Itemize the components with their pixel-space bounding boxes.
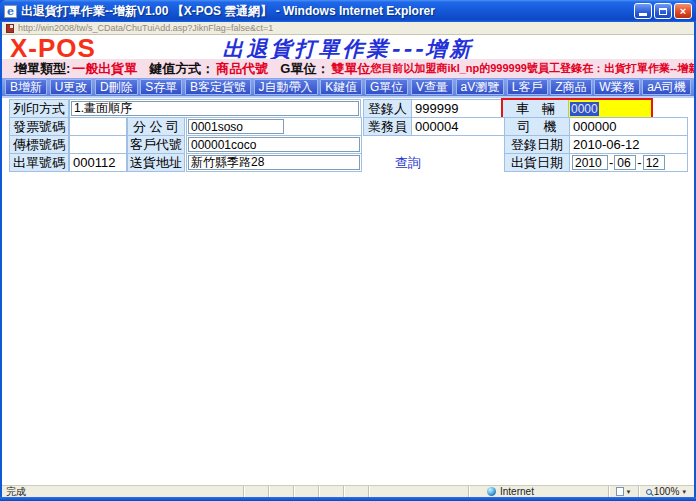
zone-label: Internet <box>500 486 534 497</box>
zoom-control[interactable]: 100% ▼ <box>638 486 694 497</box>
invoice-value-cell <box>69 117 127 136</box>
registrant-value: 999999 <box>411 99 508 118</box>
customer-code-input[interactable] <box>188 137 360 152</box>
toolbar-button-update[interactable]: U更改 <box>50 79 93 95</box>
register-date-label: 登錄日期 <box>504 135 570 154</box>
status-bar: 完成 Internet ▼ 100% ▼ <box>2 485 694 497</box>
ship-date-day-input[interactable] <box>643 155 665 170</box>
branch-label: 分 公 司 <box>127 117 185 136</box>
order-type-value: 一般出貨單 <box>72 60 137 78</box>
delivery-address-input[interactable] <box>188 155 360 170</box>
chevron-down-icon: ▼ <box>626 489 632 495</box>
login-notice: 您目前以加盟商ikl_np的999999號員工登錄在：出貨打單作業--增新 <box>370 61 694 76</box>
minimize-icon <box>639 13 647 16</box>
unit-label: G單位： <box>280 60 329 78</box>
print-mode-input[interactable] <box>71 101 359 116</box>
delivery-address-label: 送貨地址 <box>127 153 185 172</box>
salesman-label: 業務員 <box>363 117 412 136</box>
branch-cell <box>186 117 362 136</box>
order-form: 列印方式 登錄人 999999 車 輛 0000 發票號碼 分 公 司 業務員 … <box>8 99 690 173</box>
ship-date-cell: - - <box>569 153 688 172</box>
security-zone: Internet <box>468 486 608 497</box>
status-pane <box>293 486 318 497</box>
order-no-value: 000112 <box>69 153 127 172</box>
status-pane <box>243 486 268 497</box>
restore-button[interactable] <box>654 3 672 19</box>
key-mode-label: 鍵值方式： <box>149 60 214 78</box>
toolbar-button-delete[interactable]: D刪除 <box>95 79 138 95</box>
vehicle-label: 車 輛 <box>503 100 569 117</box>
status-pane <box>343 486 368 497</box>
window-bottom-border <box>0 497 696 501</box>
window-title: 出退貨打單作業--增新V1.00 【X-POS 雲通網】 - Windows I… <box>21 3 634 20</box>
date-separator: - <box>637 155 641 170</box>
ship-date-month-input[interactable] <box>614 155 636 170</box>
query-link[interactable]: 查詢 <box>378 153 438 172</box>
driver-label: 司 機 <box>504 117 570 136</box>
ship-date-label: 出貨日期 <box>504 153 570 172</box>
customer-code-cell <box>186 135 362 154</box>
page-status-icon <box>616 487 624 496</box>
vehicle-selected-text: 0000 <box>570 102 599 116</box>
invoice-label: 發票號碼 <box>9 117 69 136</box>
order-type-label: 增單類型: <box>14 60 70 78</box>
title-bar[interactable]: e 出退貨打單作業--增新V1.00 【X-POS 雲通網】 - Windows… <box>0 0 696 22</box>
phishing-filter-control[interactable]: ▼ <box>608 486 638 497</box>
status-pane <box>368 486 468 497</box>
browser-window: e 出退貨打單作業--增新V1.00 【X-POS 雲通網】 - Windows… <box>0 0 696 501</box>
ie-page-icon: e <box>4 5 17 18</box>
vehicle-input[interactable]: 0000 <box>569 100 651 117</box>
info-bar: 增單類型: 一般出貨單 鍵值方式： 商品代號 G單位： 雙單位 您目前以加盟商i… <box>2 59 694 78</box>
branch-input[interactable] <box>188 119 284 134</box>
toolbar: B增新 U更改 D刪除 S存單 B客定貨號 J自動帶入 K鍵值 G單位 V查量 … <box>2 78 694 98</box>
delivery-address-cell <box>186 153 362 172</box>
voucher-value-cell <box>69 135 127 154</box>
status-text: 完成 <box>2 486 243 497</box>
toolbar-button-browse[interactable]: aV瀏覽 <box>456 79 505 95</box>
toolbar-button-driver[interactable]: aA司機 <box>642 79 691 95</box>
status-pane <box>318 486 343 497</box>
unit-value: 雙單位 <box>331 60 370 78</box>
page-error-icon <box>6 24 14 33</box>
internet-globe-icon <box>487 487 496 496</box>
toolbar-button-auto-fill[interactable]: J自動帶入 <box>254 79 318 95</box>
register-date-value: 2010-06-12 <box>569 135 688 154</box>
zoom-level: 100% <box>654 486 680 497</box>
address-url: http://win2008/tw/s_CData/ChuTuiAdd.asp?… <box>18 23 273 33</box>
print-mode-label: 列印方式 <box>9 99 69 118</box>
window-controls: × <box>634 3 692 19</box>
order-no-label: 出單號碼 <box>9 153 69 172</box>
toolbar-button-sales[interactable]: W業務 <box>594 79 639 95</box>
address-bar[interactable]: http://win2008/tw/s_CData/ChuTuiAdd.asp?… <box>2 22 694 35</box>
registrant-label: 登錄人 <box>363 99 412 118</box>
toolbar-button-unit[interactable]: G單位 <box>365 79 408 95</box>
toolbar-button-custom-code[interactable]: B客定貨號 <box>185 79 251 95</box>
toolbar-button-save[interactable]: S存單 <box>140 79 182 95</box>
magnifier-icon <box>646 489 652 495</box>
page-header: X-POS 出退貨打單作業---增新 <box>2 35 694 59</box>
toolbar-button-keyvalue[interactable]: K鍵值 <box>320 79 362 95</box>
key-mode-value: 商品代號 <box>216 60 268 78</box>
driver-value: 000000 <box>569 117 688 136</box>
print-mode-cell <box>69 99 361 118</box>
restore-icon <box>659 8 667 15</box>
chevron-down-icon: ▼ <box>681 489 687 495</box>
close-icon: × <box>680 6 686 17</box>
customer-code-label: 客戶代號 <box>127 135 185 154</box>
toolbar-button-product[interactable]: Z商品 <box>550 79 591 95</box>
toolbar-button-add[interactable]: B增新 <box>5 79 47 95</box>
page-content: X-POS 出退貨打單作業---增新 增單類型: 一般出貨單 鍵值方式： 商品代… <box>2 35 694 485</box>
salesman-value: 000004 <box>411 117 508 136</box>
status-pane <box>268 486 293 497</box>
date-separator: - <box>609 155 613 170</box>
voucher-label: 傳標號碼 <box>9 135 69 154</box>
ship-date-year-input[interactable] <box>572 155 608 170</box>
minimize-button[interactable] <box>634 3 652 19</box>
toolbar-button-check-qty[interactable]: V查量 <box>411 79 453 95</box>
vehicle-highlight-box: 車 輛 0000 <box>501 98 653 119</box>
close-button[interactable]: × <box>674 3 692 19</box>
toolbar-button-customer[interactable]: L客戶 <box>507 79 548 95</box>
